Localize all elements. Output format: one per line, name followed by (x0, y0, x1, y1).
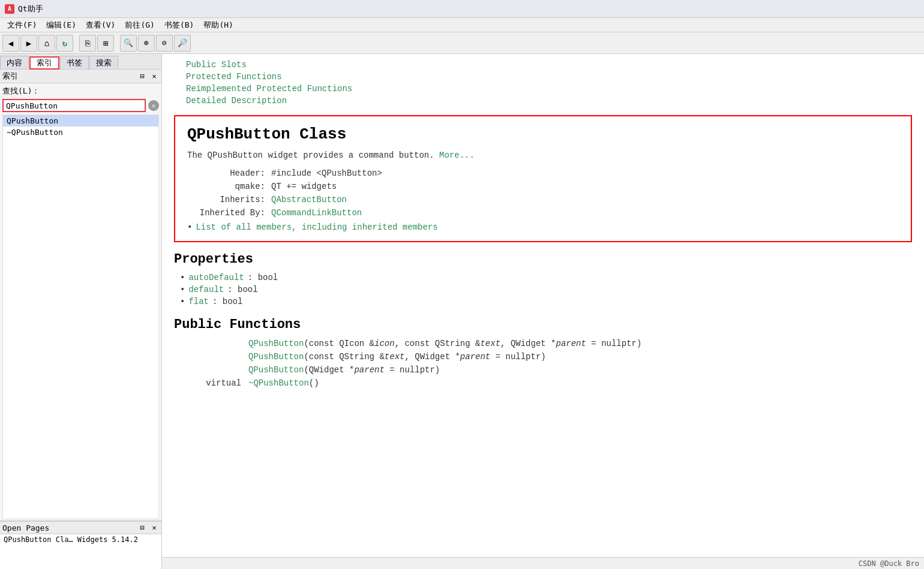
class-title: QPushButton Class (187, 125, 899, 143)
app-icon: A (5, 4, 14, 14)
meta-header-label: Header: (199, 168, 271, 178)
forward-button[interactable]: ▶ (20, 35, 37, 52)
home-button[interactable]: ⌂ (38, 35, 55, 52)
back-button[interactable]: ◀ (2, 35, 19, 52)
zoom-in-button[interactable]: ⊕ (138, 35, 155, 52)
meta-inherited-by-label: Inherited By: (199, 208, 271, 218)
more-link[interactable]: More... (439, 150, 475, 160)
tab-index[interactable]: 索引 (29, 56, 59, 70)
content-panel: Public Slots Protected Functions Reimple… (162, 54, 924, 569)
class-meta: Header: #include <QPushButton> qmake: QT… (199, 168, 899, 218)
index-panel-title: 索引 (2, 71, 18, 82)
copy-button[interactable]: ⎘ (79, 35, 96, 52)
func-sig-4: ~QPushButton() (245, 377, 912, 390)
find-button[interactable]: 🔎 (174, 35, 191, 52)
zoom-out-button[interactable]: ⊖ (156, 35, 173, 52)
open-pages-close-icon[interactable]: ✕ (149, 523, 159, 532)
close-icon[interactable]: ✕ (149, 71, 159, 81)
menu-help[interactable]: 帮助(H) (199, 19, 238, 32)
open-pages-detach-icon[interactable]: ⊟ (137, 523, 147, 532)
left-panel: 内容 索引 书签 搜索 索引 ⊟ ✕ 查找(L)： ✕ QPushButton … (0, 54, 162, 569)
func-sig-3: QPushButton(QWidget *parent = nullptr) (245, 363, 912, 377)
meta-inherits-value[interactable]: QAbstractButton (271, 195, 347, 204)
open-pages-list[interactable]: QPushButton Cla… Widgets 5.14.2 (0, 534, 161, 569)
class-box: QPushButton Class The QPushButton widget… (174, 115, 912, 242)
func-link-3[interactable]: QPushButton (248, 365, 304, 375)
open-pages-panel: Open Pages ⊟ ✕ QPushButton Cla… Widgets … (0, 521, 161, 569)
meta-qmake-value: QT += widgets (271, 182, 337, 191)
func-row-1: QPushButton(const QIcon &icon, const QSt… (174, 337, 912, 350)
search-input[interactable] (2, 99, 146, 112)
prop-default-link[interactable]: default (188, 285, 224, 294)
meta-header-value: #include <QPushButton> (271, 168, 382, 178)
func-modifier-4: virtual (174, 377, 245, 390)
open-pages-icons: ⊟ ✕ (137, 523, 159, 532)
tab-contents[interactable]: 内容 (0, 56, 29, 69)
print-button[interactable]: ⊞ (97, 35, 114, 52)
main-layout: 内容 索引 书签 搜索 索引 ⊟ ✕ 查找(L)： ✕ QPushButton … (0, 54, 924, 569)
prop-autodefault: autoDefault : bool (180, 272, 912, 284)
open-page-item[interactable]: QPushButton Cla… Widgets 5.14.2 (0, 534, 161, 545)
detach-icon[interactable]: ⊟ (137, 71, 147, 81)
all-members-link[interactable]: List of all members, including inherited… (187, 222, 899, 232)
search-label: 查找(L)： (0, 83, 161, 98)
class-desc-text: The QPushButton widget provides a comman… (187, 150, 434, 160)
sync-button[interactable]: ↻ (56, 35, 73, 52)
func-sig-2: QPushButton(const QString &text, QWidget… (245, 350, 912, 363)
func-modifier-2 (174, 350, 245, 363)
tab-search[interactable]: 搜索 (89, 56, 118, 69)
status-bar: CSDN @Duck Bro (162, 557, 924, 569)
index-item-qpushbutton[interactable]: QPushButton (3, 115, 158, 127)
prop-flat: flat : bool (180, 296, 912, 308)
nav-link-protected-functions[interactable]: Protected Functions (186, 71, 912, 83)
menu-bar: 文件(F) 编辑(E) 查看(V) 前往(G) 书签(B) 帮助(H) (0, 18, 924, 32)
menu-go[interactable]: 前往(G) (120, 19, 159, 32)
nav-link-reimplemented[interactable]: Reimplemented Protected Functions (186, 83, 912, 95)
prop-flat-type: : bool (212, 297, 242, 306)
func-modifier-3 (174, 363, 245, 377)
left-tabs: 内容 索引 书签 搜索 (0, 54, 161, 70)
prop-flat-link[interactable]: flat (188, 297, 209, 306)
tab-bookmark[interactable]: 书签 (60, 56, 89, 69)
functions-table: QPushButton(const QIcon &icon, const QSt… (174, 337, 912, 390)
menu-view[interactable]: 查看(V) (81, 19, 120, 32)
func-link-4[interactable]: ~QPushButton (248, 378, 309, 388)
func-row-4: virtual ~QPushButton() (174, 377, 912, 390)
meta-header: Header: #include <QPushButton> (199, 168, 899, 178)
status-text: CSDN @Duck Bro (859, 559, 919, 568)
nav-link-public-slots[interactable]: Public Slots (186, 59, 912, 71)
meta-inherits: Inherits: QAbstractButton (199, 195, 899, 204)
index-item-destructor[interactable]: ~QPushButton (3, 127, 158, 138)
prop-autodefault-link[interactable]: autoDefault (188, 273, 244, 282)
func-link-1[interactable]: QPushButton (248, 339, 304, 348)
meta-inherited-by-value[interactable]: QCommandLinkButton (271, 208, 362, 218)
public-functions-title: Public Functions (174, 317, 912, 332)
meta-inherits-label: Inherits: (199, 195, 271, 204)
properties-list: autoDefault : bool default : bool flat :… (180, 272, 912, 308)
prop-default: default : bool (180, 284, 912, 296)
meta-qmake: qmake: QT += widgets (199, 182, 899, 191)
zoom-detail-button[interactable]: 🔍 (120, 35, 137, 52)
index-list[interactable]: QPushButton ~QPushButton (2, 115, 159, 519)
search-row: ✕ (0, 98, 161, 113)
func-link-2[interactable]: QPushButton (248, 352, 304, 362)
func-row-3: QPushButton(QWidget *parent = nullptr) (174, 363, 912, 377)
clear-search-button[interactable]: ✕ (148, 100, 159, 111)
title-bar: A Qt助手 (0, 0, 924, 18)
index-panel: 索引 ⊟ ✕ 查找(L)： ✕ QPushButton ~QPushButton (0, 70, 161, 521)
nav-links: Public Slots Protected Functions Reimple… (174, 54, 912, 109)
toolbar: ◀ ▶ ⌂ ↻ ⎘ ⊞ 🔍 ⊕ ⊖ 🔎 (0, 32, 924, 54)
menu-file[interactable]: 文件(F) (2, 19, 41, 32)
menu-edit[interactable]: 编辑(E) (41, 19, 80, 32)
index-panel-header: 索引 ⊟ ✕ (0, 70, 161, 83)
meta-inherited-by: Inherited By: QCommandLinkButton (199, 208, 899, 218)
properties-section: Properties autoDefault : bool default : … (174, 252, 912, 308)
public-functions-section: Public Functions QPushButton(const QIcon… (174, 317, 912, 390)
prop-autodefault-type: : bool (248, 273, 278, 282)
open-pages-title: Open Pages (2, 523, 49, 532)
menu-bookmark[interactable]: 书签(B) (160, 19, 199, 32)
func-sig-1: QPushButton(const QIcon &icon, const QSt… (245, 337, 912, 350)
func-row-2: QPushButton(const QString &text, QWidget… (174, 350, 912, 363)
func-modifier-1 (174, 337, 245, 350)
nav-link-detailed-desc[interactable]: Detailed Description (186, 95, 912, 107)
